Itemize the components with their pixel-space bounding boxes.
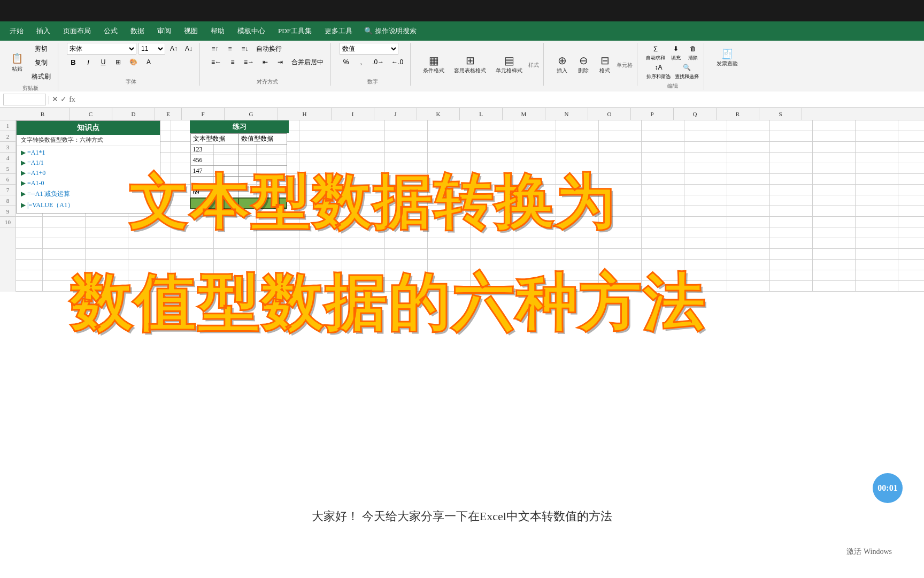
delete-button[interactable]: ⊖ 删除 <box>574 49 593 79</box>
format-button[interactable]: ⊟ 格式 <box>595 49 614 79</box>
cancel-icon[interactable]: ✕ <box>52 95 58 104</box>
bottom-text: 大家好！ 今天给大家分享一下在Excel中文本转数值的方法 <box>0 508 924 524</box>
bold-button[interactable]: B <box>67 56 80 68</box>
copy-button[interactable]: 复制 <box>29 57 53 69</box>
border-button[interactable]: ⊞ <box>112 56 125 68</box>
col-o: O <box>588 108 631 120</box>
align-top-button[interactable]: ≡↑ <box>209 43 221 55</box>
underline-button[interactable]: U <box>97 56 110 68</box>
menu-review[interactable]: 审阅 <box>152 24 176 38</box>
conditional-format-button[interactable]: ▦ 条件格式 <box>419 49 448 79</box>
find-button[interactable]: 🔍 <box>680 62 694 73</box>
col-i: I <box>332 108 374 120</box>
thousand-button[interactable]: , <box>355 56 367 68</box>
editing-label: 编辑 <box>667 82 678 90</box>
styles-group: ▦ 条件格式 ⊞ 套用表格格式 ▤ 单元格样式 样式 <box>415 43 544 86</box>
format-painter-button[interactable]: 格式刷 <box>29 71 53 82</box>
number-group: 数值 % , .0→ ←.0 数字 <box>335 43 411 86</box>
col-n: N <box>545 108 588 120</box>
italic-button[interactable]: I <box>82 56 95 68</box>
col-c: C <box>70 108 112 120</box>
clear-button[interactable]: 🗑 <box>687 43 699 55</box>
number-format-select[interactable]: 数值 <box>340 43 398 55</box>
insert-button[interactable]: ⊕ 插入 <box>552 49 572 79</box>
merge-center-button[interactable]: 合并后居中 <box>289 56 326 68</box>
font-grow-button[interactable]: A↑ <box>167 43 180 55</box>
paste-label: 粘贴 <box>12 65 22 73</box>
white-bottom-area <box>0 482 924 578</box>
top-black-bar <box>0 0 924 21</box>
col-r: R <box>717 108 759 120</box>
menu-start[interactable]: 开始 <box>4 24 29 38</box>
function-icon[interactable]: fx <box>69 95 75 104</box>
menu-view[interactable]: 视图 <box>179 24 203 38</box>
align-left-button[interactable]: ≡← <box>209 56 224 68</box>
decimal-increase-button[interactable]: .0→ <box>369 56 387 68</box>
col-g: G <box>225 108 278 120</box>
font-group: 宋体 11 A↑ A↓ B I U ⊞ 🎨 A 字体 <box>63 43 200 86</box>
align-center-button[interactable]: ≡ <box>226 56 239 68</box>
paste-icon: 📋 <box>11 52 23 64</box>
auto-sum-button[interactable]: Σ <box>649 43 662 55</box>
sort-label: 排序和筛选 <box>646 73 671 80</box>
font-name-select[interactable]: 宋体 <box>67 43 136 55</box>
toolbar: 📋 粘贴 剪切 复制 格式刷 剪贴板 宋体 11 A↑ A↓ <box>0 41 924 95</box>
fill-button[interactable]: ⬇ <box>669 43 682 55</box>
indent-decrease-button[interactable]: ⇤ <box>259 56 272 68</box>
confirm-icon[interactable]: ✓ <box>60 95 67 104</box>
row-2: 2 <box>0 131 16 142</box>
paste-button[interactable]: 📋 粘贴 <box>7 47 27 79</box>
clear-label: 清除 <box>688 55 698 62</box>
align-middle-button[interactable]: ≡ <box>224 43 236 55</box>
percent-button[interactable]: % <box>340 56 352 68</box>
menu-template[interactable]: 模板中心 <box>232 24 271 38</box>
menu-more-tools[interactable]: 更多工具 <box>319 24 358 38</box>
font-size-select[interactable]: 11 <box>138 43 165 55</box>
font-shrink-button[interactable]: A↓ <box>182 43 195 55</box>
wrap-text-button[interactable]: 自动换行 <box>253 43 284 55</box>
sort-button[interactable]: ↕A <box>652 62 665 73</box>
row-9: 9 <box>0 206 16 217</box>
cell-style-button[interactable]: ▤ 单元格样式 <box>492 49 526 79</box>
row-numbers: 1 2 3 4 5 6 7 8 9 10 <box>0 120 16 292</box>
col-k: K <box>417 108 460 120</box>
fill-color-button[interactable]: 🎨 <box>127 56 140 68</box>
col-q: Q <box>674 108 717 120</box>
timer-badge: 00:01 <box>873 473 903 503</box>
invoice-button[interactable]: 🧾 发票查验 <box>713 43 742 73</box>
cell-style-icon: ▤ <box>504 54 514 67</box>
table-format-button[interactable]: ⊞ 套用表格格式 <box>450 49 490 79</box>
practice-row0-num[interactable] <box>238 144 287 155</box>
row-7: 7 <box>0 185 16 195</box>
menu-help[interactable]: 帮助 <box>205 24 230 38</box>
decimal-decrease-button[interactable]: ←.0 <box>389 56 406 68</box>
menu-insert[interactable]: 插入 <box>31 24 56 38</box>
formula-input[interactable] <box>78 94 921 105</box>
practice-row0-text[interactable]: 123 <box>190 144 238 155</box>
row-8: 8 <box>0 195 16 206</box>
indent-increase-button[interactable]: ⇥ <box>274 56 287 68</box>
name-box[interactable] <box>3 94 46 105</box>
menu-data[interactable]: 数据 <box>125 24 150 38</box>
knowledge-subtitle: 文字转换数值型数字：六种方式 <box>17 135 160 146</box>
menu-pdf[interactable]: PDF工具集 <box>273 24 317 38</box>
alignment-group: ≡↑ ≡ ≡↓ 自动换行 ≡← ≡ ≡→ ⇤ ⇥ 合并后居中 对齐方式 <box>204 43 331 86</box>
invoice-label: 发票查验 <box>717 60 738 67</box>
font-color-button[interactable]: A <box>142 56 155 68</box>
col-b: B <box>16 108 70 120</box>
col-m: M <box>503 108 545 120</box>
big-text-line2: 数值型数据的六种方法 <box>70 262 706 345</box>
menu-bar: 开始 插入 页面布局 公式 数据 审阅 视图 帮助 模板中心 PDF工具集 更多… <box>0 21 924 41</box>
auto-sum-label: 自动求和 <box>646 55 665 62</box>
align-right-button[interactable]: ≡→ <box>241 56 257 68</box>
font-label: 字体 <box>126 78 136 86</box>
align-bottom-button[interactable]: ≡↓ <box>238 43 251 55</box>
row-3: 3 <box>0 142 16 153</box>
menu-page-layout[interactable]: 页面布局 <box>58 24 96 38</box>
knowledge-item-0[interactable]: =A1*1 <box>21 148 156 158</box>
search-icon: 🔍 <box>364 27 373 35</box>
format-icon: ⊟ <box>600 54 610 67</box>
menu-formula[interactable]: 公式 <box>98 24 123 38</box>
cut-button[interactable]: 剪切 <box>29 43 53 55</box>
insert-icon: ⊕ <box>558 54 567 67</box>
